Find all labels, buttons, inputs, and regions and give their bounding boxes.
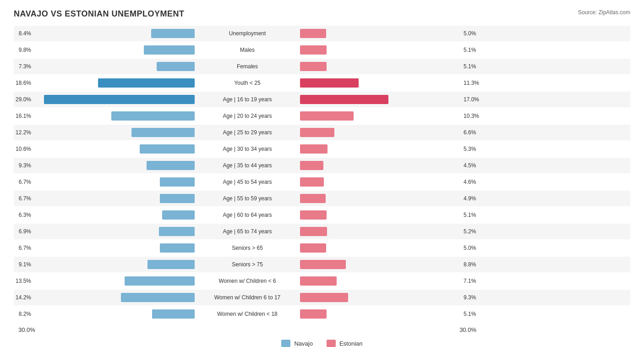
center-label: Age | 45 to 54 years	[197, 179, 298, 185]
left-bar-container	[33, 62, 195, 71]
left-bar-container	[33, 210, 195, 220]
left-section: 6.7%	[14, 243, 197, 253]
left-bar-container	[33, 111, 195, 121]
left-section: 9.3%	[14, 161, 197, 170]
legend-estonian-color	[327, 340, 336, 347]
right-bar-container	[300, 276, 461, 286]
center-label: Age | 30 to 34 years	[197, 146, 298, 152]
left-bar-container	[33, 29, 195, 38]
chart-row: 10.6% Age | 30 to 34 years 5.3%	[14, 141, 630, 157]
left-value: 7.3%	[14, 63, 31, 70]
bar-pink	[300, 78, 359, 88]
bar-pink	[300, 111, 354, 121]
bar-pink	[300, 243, 326, 253]
right-bar-container	[300, 29, 461, 38]
right-value: 9.3%	[464, 294, 481, 301]
axis-right-label: 30.0%	[459, 326, 476, 333]
bar-pink	[300, 128, 334, 137]
right-section: 4.5%	[298, 161, 481, 170]
right-bar-container	[300, 95, 461, 104]
chart-title: NAVAJO VS ESTONIAN UNEMPLOYMENT	[14, 9, 185, 19]
bar-pink	[300, 309, 327, 319]
right-bar-container	[300, 210, 461, 220]
legend-estonian: Estonian	[327, 340, 363, 347]
left-value: 9.8%	[14, 47, 31, 53]
bar-pink	[300, 177, 324, 187]
bar-pink	[300, 29, 326, 38]
left-bar-container	[33, 161, 195, 170]
center-label: Age | 35 to 44 years	[197, 162, 298, 169]
right-section: 11.3%	[298, 78, 481, 88]
bar-blue	[151, 29, 195, 38]
chart-row: 6.7% Age | 55 to 59 years 4.9%	[14, 191, 630, 206]
left-section: 6.7%	[14, 194, 197, 203]
bar-blue	[159, 227, 195, 236]
right-bar-container	[300, 161, 461, 170]
bar-pink	[300, 293, 348, 302]
chart-row: 9.1% Seniors > 75 8.8%	[14, 257, 630, 272]
right-section: 4.6%	[298, 177, 481, 187]
left-bar-container	[33, 309, 195, 319]
left-value: 6.3%	[14, 212, 31, 218]
right-section: 5.2%	[298, 227, 481, 236]
left-value: 16.1%	[14, 113, 31, 119]
left-bar-container	[33, 243, 195, 253]
right-value: 10.3%	[464, 113, 481, 119]
axis-row: 30.0% 30.0%	[14, 324, 630, 335]
right-section: 10.3%	[298, 111, 481, 121]
left-section: 14.2%	[14, 293, 197, 302]
bar-blue	[162, 210, 195, 220]
right-value: 4.5%	[464, 162, 481, 169]
left-value: 8.4%	[14, 30, 31, 37]
right-value: 6.6%	[464, 129, 481, 136]
left-value: 29.0%	[14, 96, 31, 103]
axis-right: 30.0%	[298, 326, 481, 333]
axis-left: 30.0%	[14, 326, 197, 333]
left-value: 6.7%	[14, 245, 31, 251]
left-section: 7.3%	[14, 62, 197, 71]
left-bar-container	[33, 78, 195, 88]
left-value: 8.2%	[14, 311, 31, 317]
chart-header: NAVAJO VS ESTONIAN UNEMPLOYMENT Source: …	[14, 9, 630, 19]
bar-blue	[152, 309, 195, 319]
left-section: 18.6%	[14, 78, 197, 88]
bar-blue	[160, 243, 195, 253]
center-label: Seniors > 75	[197, 261, 298, 268]
bar-pink	[300, 144, 327, 154]
center-label: Unemployment	[197, 30, 298, 37]
center-label: Youth < 25	[197, 80, 298, 86]
right-value: 8.8%	[464, 261, 481, 268]
right-section: 5.0%	[298, 29, 481, 38]
right-bar-container	[300, 144, 461, 154]
left-value: 6.7%	[14, 179, 31, 185]
bar-blue	[144, 45, 195, 55]
right-section: 5.3%	[298, 144, 481, 154]
chart-row: 14.2% Women w/ Children 6 to 17 9.3%	[14, 290, 630, 305]
bar-pink	[300, 194, 326, 203]
chart-rows: 8.4% Unemployment 5.0% 9.8% Males	[14, 26, 630, 322]
left-bar-container	[33, 260, 195, 269]
chart-row: 8.2% Women w/ Children < 18 5.1%	[14, 306, 630, 322]
legend: Navajo Estonian	[14, 340, 630, 347]
left-bar-container	[33, 293, 195, 302]
center-label: Women w/ Children < 18	[197, 311, 298, 317]
bar-blue	[140, 144, 195, 154]
right-bar-container	[300, 111, 461, 121]
right-bar-container	[300, 260, 461, 269]
right-bar-container	[300, 194, 461, 203]
right-bar-container	[300, 78, 461, 88]
chart-row: 9.3% Age | 35 to 44 years 4.5%	[14, 158, 630, 173]
bar-blue	[160, 177, 195, 187]
right-section: 5.1%	[298, 309, 481, 319]
left-section: 16.1%	[14, 111, 197, 121]
left-section: 6.3%	[14, 210, 197, 220]
right-value: 5.1%	[464, 63, 481, 70]
right-section: 7.1%	[298, 276, 481, 286]
axis-left-label: 30.0%	[18, 326, 35, 333]
right-section: 5.0%	[298, 243, 481, 253]
left-section: 8.2%	[14, 309, 197, 319]
left-section: 12.2%	[14, 128, 197, 137]
right-value: 4.6%	[464, 179, 481, 185]
bar-blue	[111, 111, 195, 121]
right-section: 6.6%	[298, 128, 481, 137]
